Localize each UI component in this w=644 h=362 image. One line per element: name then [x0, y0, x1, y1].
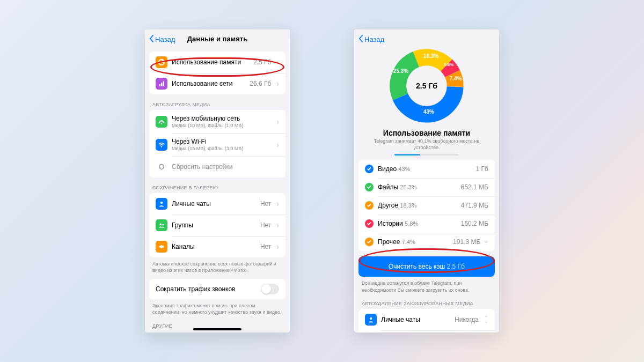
- item-label: Прочее 7.4%: [378, 238, 449, 246]
- usage-group: Использование памяти 2,5 Гб › Использова…: [149, 51, 286, 94]
- storage-item-row[interactable]: Видео 43%1 Гб: [358, 160, 495, 178]
- seg-yellow: 18.3%: [423, 53, 438, 59]
- item-label: Истории 5.8%: [378, 220, 457, 227]
- row-wifi[interactable]: Через Wi-Fi Медиа (15 MB), файлы (3,0 MB…: [149, 133, 286, 156]
- person-icon: [156, 198, 167, 210]
- cellular-label: Через мобильную сеть: [172, 115, 271, 122]
- svg-rect-2: [161, 83, 162, 86]
- person-icon: [365, 314, 377, 326]
- cellular-icon: [156, 116, 167, 128]
- donut-center-label: 2.5 Гб: [408, 67, 445, 105]
- megaphone-icon: [156, 241, 167, 253]
- network-label: Использование сети: [172, 80, 245, 87]
- network-value: 26,6 Гб: [250, 80, 271, 87]
- svg-point-15: [370, 317, 372, 319]
- svg-point-8: [162, 224, 164, 226]
- gallery-chats-label: Личные чаты: [172, 200, 256, 208]
- back-label: Назад: [364, 35, 384, 43]
- back-button[interactable]: Назад: [149, 35, 175, 44]
- home-indicator: [193, 328, 241, 330]
- wifi-label: Через Wi-Fi: [172, 138, 271, 145]
- memory-value: 2,5 Гб: [253, 58, 271, 66]
- scroll-area[interactable]: Использование памяти 2,5 Гб › Использова…: [145, 47, 290, 333]
- storage-item-row[interactable]: Прочее 7.4%191.3 МБ›: [358, 233, 495, 251]
- scroll-area[interactable]: 2.5 Гб 18.3% 5.8% 7.4% 43% 25.3% Использ…: [354, 48, 499, 333]
- row-network-usage[interactable]: Использование сети 26,6 Гб ›: [149, 73, 286, 94]
- gallery-channels-label: Каналы: [172, 243, 256, 250]
- gallery-group: Личные чаты Нет › Группы Нет › Каналы Не…: [149, 193, 286, 257]
- chevron-right-icon: ›: [276, 221, 279, 230]
- gallery-channels-value: Нет: [260, 243, 271, 250]
- row-cellular[interactable]: Через мобильную сеть Медиа (10 MB), файл…: [149, 110, 286, 133]
- row-reduce-calls-traffic[interactable]: Сократить трафик звонков: [149, 279, 286, 299]
- storage-item-row[interactable]: Другое 18.3%471.9 МБ: [358, 196, 495, 215]
- svg-point-4: [161, 123, 162, 124]
- updown-icon: ⌃⌄: [484, 316, 488, 323]
- gallery-groups-value: Нет: [260, 221, 271, 229]
- storage-item-row[interactable]: Истории 5.8%150.2 МБ: [358, 215, 495, 233]
- item-value: 1 Гб: [476, 165, 488, 173]
- svg-point-5: [161, 146, 162, 147]
- wifi-sub: Медиа (15 MB), файлы (3,0 MB): [172, 146, 271, 151]
- chevron-left-icon: [358, 35, 363, 44]
- clear-cache-button[interactable]: Очистить весь кэш 2.5 Гб: [358, 256, 495, 277]
- seg-green: 25.3%: [393, 68, 408, 74]
- seg-pink: 5.8%: [444, 62, 453, 67]
- check-dot-icon: [365, 219, 374, 228]
- svg-rect-3: [163, 82, 164, 86]
- item-value: 150.2 МБ: [461, 220, 488, 227]
- gallery-note: Автоматическое сохранение всех новых фот…: [145, 257, 290, 274]
- calls-group: Сократить трафик звонков: [149, 279, 286, 299]
- bars-icon: [156, 78, 167, 90]
- autodelete-group: Личные чаты Никогда ⌃⌄ Группы 1 месяц ⌃⌄: [358, 309, 495, 333]
- progress-bar: [394, 154, 459, 156]
- storage-title: Использование памяти: [354, 125, 499, 137]
- check-dot-icon: [365, 201, 374, 210]
- memory-label: Использование памяти: [172, 58, 249, 66]
- svg-point-7: [160, 224, 162, 226]
- gallery-header: СОХРАНЕНИЕ В ГАЛЕРЕЮ: [145, 178, 290, 193]
- toggle-off[interactable]: [261, 284, 279, 294]
- svg-rect-9: [162, 246, 164, 248]
- storage-sub: Telegram занимает 40.1% свободного места…: [354, 137, 499, 154]
- pie-icon: [156, 56, 167, 68]
- autodelete-chats-label: Личные чаты: [381, 316, 450, 323]
- group-icon: [156, 219, 167, 231]
- row-gallery-channels[interactable]: Каналы Нет ›: [149, 236, 286, 257]
- item-value: 471.9 МБ: [461, 202, 488, 209]
- storage-items-group: Видео 43%1 ГбФайлы 25.3%652.1 МБДругое 1…: [358, 160, 495, 251]
- svg-point-6: [160, 202, 163, 204]
- chevron-right-icon: ›: [276, 242, 279, 251]
- autodelete-chats-value: Никогда: [455, 316, 479, 323]
- chevron-right-icon: ›: [276, 141, 279, 149]
- clear-label: Очистить весь кэш: [389, 263, 445, 270]
- row-gallery-groups[interactable]: Группы Нет ›: [149, 215, 286, 236]
- chevron-right-icon: ›: [276, 117, 279, 126]
- row-autodelete-groups[interactable]: Группы 1 месяц ⌃⌄: [358, 330, 495, 333]
- autoload-header: АВТОЗАГРУЗКА МЕДИА: [145, 94, 290, 110]
- chevron-down-icon: ›: [483, 241, 492, 243]
- seg-blue: 43%: [423, 109, 434, 115]
- item-label: Видео 43%: [378, 165, 472, 173]
- check-dot-icon: [365, 165, 374, 173]
- back-button[interactable]: Назад: [358, 35, 384, 44]
- row-memory-usage[interactable]: Использование памяти 2,5 Гб ›: [149, 51, 286, 73]
- calls-note: Экономия трафика может помочь при плохом…: [145, 299, 290, 315]
- row-gallery-chats[interactable]: Личные чаты Нет ›: [149, 193, 286, 215]
- row-reset[interactable]: Сбросить настройки: [149, 156, 286, 178]
- page-title: Данные и память: [187, 35, 247, 43]
- phone-data-and-storage: Назад Данные и память Использование памя…: [145, 29, 290, 333]
- svg-rect-1: [159, 84, 160, 86]
- chevron-right-icon: ›: [276, 200, 279, 208]
- back-label: Назад: [155, 35, 175, 43]
- phone-storage-usage: Назад 2.5 Гб 18.3% 5.8% 7.4% 43% 25.3%: [354, 29, 499, 333]
- storage-item-row[interactable]: Файлы 25.3%652.1 МБ: [358, 178, 495, 196]
- item-value: 652.1 МБ: [461, 183, 488, 191]
- clear-note: Все медиа останутся в облаке Telegram, п…: [354, 277, 499, 293]
- wifi-icon: [156, 139, 167, 151]
- chevron-right-icon: ›: [276, 79, 279, 88]
- row-autodelete-chats[interactable]: Личные чаты Никогда ⌃⌄: [358, 309, 495, 330]
- cellular-sub: Медиа (10 MB), файлы (1,0 MB): [172, 123, 271, 128]
- nav-bar: Назад: [354, 29, 499, 48]
- autodelete-header: АВТОУДАЛЕНИЕ ЗАКЭШИРОВАННЫХ МЕДИА: [354, 293, 499, 309]
